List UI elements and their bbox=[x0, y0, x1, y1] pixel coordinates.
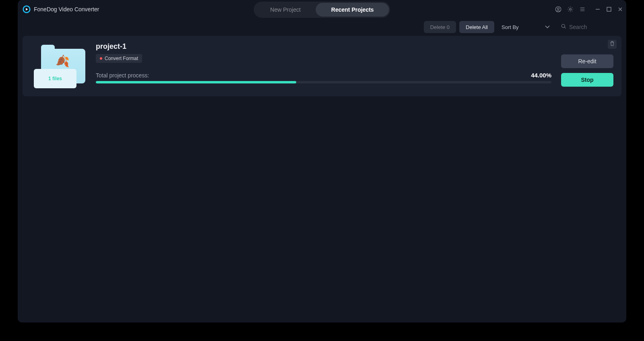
file-count-badge: 1 files bbox=[34, 69, 76, 88]
brand: FoneDog Video Converter bbox=[23, 5, 99, 13]
title-bar: FoneDog Video Converter New Project Rece… bbox=[18, 0, 626, 18]
window-controls bbox=[595, 6, 623, 12]
chevron-down-icon bbox=[545, 24, 550, 30]
progress-bar-fill bbox=[96, 81, 296, 83]
maximize-icon[interactable] bbox=[606, 6, 612, 12]
svg-point-3 bbox=[570, 8, 572, 10]
project-card: 🍂 1 files project-1 Convert Format Total… bbox=[23, 36, 621, 96]
status-dot-icon bbox=[100, 57, 102, 60]
delete-all-button[interactable]: Delete All bbox=[459, 21, 494, 33]
project-thumbnail: 🍂 1 files bbox=[34, 49, 86, 89]
reedit-button[interactable]: Re-edit bbox=[561, 54, 613, 68]
tab-new-project[interactable]: New Project bbox=[255, 3, 316, 17]
search-icon bbox=[560, 23, 567, 31]
progress-label: Total project process: bbox=[96, 72, 149, 79]
project-tag: Convert Format bbox=[96, 54, 142, 63]
leaf-icon: 🍂 bbox=[56, 54, 70, 68]
account-icon[interactable] bbox=[555, 6, 562, 13]
minimize-icon[interactable] bbox=[595, 6, 601, 12]
project-name: project-1 bbox=[96, 42, 551, 51]
progress-percent: 44.00% bbox=[531, 72, 551, 79]
delete-project-button[interactable] bbox=[608, 40, 617, 49]
sort-by-dropdown[interactable]: Sort By bbox=[497, 21, 554, 33]
search-input[interactable] bbox=[569, 24, 617, 30]
app-window: FoneDog Video Converter New Project Rece… bbox=[18, 0, 626, 322]
svg-point-2 bbox=[557, 8, 559, 10]
stop-button[interactable]: Stop bbox=[561, 73, 613, 87]
svg-rect-4 bbox=[607, 7, 611, 11]
project-tag-label: Convert Format bbox=[105, 56, 138, 61]
progress-bar bbox=[96, 81, 551, 83]
sort-by-label: Sort By bbox=[502, 24, 519, 30]
search-box[interactable] bbox=[557, 21, 621, 33]
toolbar: Delete 0 Delete All Sort By bbox=[18, 18, 626, 36]
app-logo-icon bbox=[23, 5, 31, 13]
delete-selected-button[interactable]: Delete 0 bbox=[424, 21, 456, 33]
settings-icon[interactable] bbox=[567, 6, 574, 13]
trash-icon bbox=[610, 41, 615, 48]
close-icon[interactable] bbox=[617, 6, 623, 12]
app-name: FoneDog Video Converter bbox=[34, 6, 99, 12]
svg-point-5 bbox=[561, 24, 565, 27]
tab-recent-projects[interactable]: Recent Projects bbox=[316, 3, 389, 17]
menu-icon[interactable] bbox=[579, 6, 586, 13]
main-tabs: New Project Recent Projects bbox=[254, 2, 390, 18]
